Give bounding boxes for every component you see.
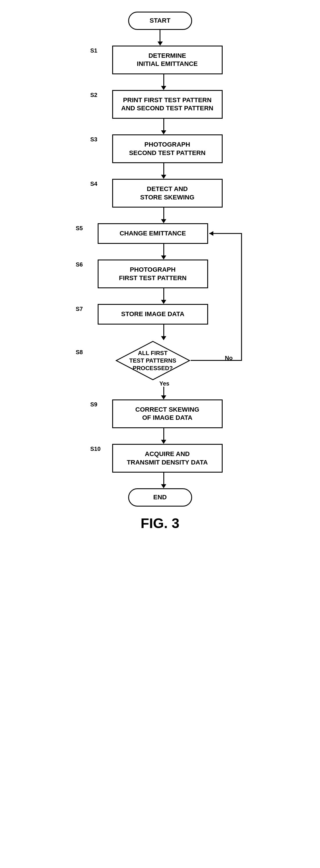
step-s2-text: PRINT FIRST TEST PATTERNAND SECOND TEST … [121,96,213,112]
step-s5-text: CHANGE EMITTANCE [119,229,186,237]
step-s4-box: DETECT ANDSTORE SKEWING [112,179,223,208]
flowchart: START S1 DETERMINEINITIAL EMITTANCE S2 [76,11,244,506]
arrow-s5-s6 [83,244,244,259]
no-label-wrapper: No [225,355,233,362]
step-s4-text: DETECT ANDSTORE SKEWING [140,185,195,201]
step-s3-wrapper: S3 PHOTOGRAPHSECOND TEST PATTERN [90,134,230,163]
step-s1-wrapper: S1 DETERMINEINITIAL EMITTANCE [90,45,230,74]
step-s7-box: STORE IMAGE DATA [98,304,208,324]
arrow-s2-s3 [161,119,166,134]
step-s4-label: S4 [90,181,105,187]
step-s7-text: STORE IMAGE DATA [121,310,184,318]
end-node: END [128,488,192,506]
end-label: END [153,494,167,501]
step-s9-box: CORRECT SKEWINGOF IMAGE DATA [112,399,223,428]
step-s8-wrapper: S8 ALL FIRSTTEST PATTERNSPROCESSED? No [76,340,215,381]
step-s6-text: PHOTOGRAPHFIRST TEST PATTERN [119,266,186,282]
arrow-s4-s5 [83,208,244,223]
step-s10-box: ACQUIRE ANDTRANSMIT DENSITY DATA [112,444,223,473]
step-s4-wrapper: S4 DETECT ANDSTORE SKEWING [90,179,230,208]
step-s3-text: PHOTOGRAPHSECOND TEST PATTERN [129,141,205,156]
arrow-s6-s7 [83,288,244,304]
yes-label: Yes [159,380,169,387]
step-s7-label: S7 [76,306,90,312]
step-s1-text: DETERMINEINITIAL EMITTANCE [137,52,198,68]
step-s2-label: S2 [90,92,105,98]
arrow-s1-s2 [161,74,166,90]
feedback-region: S5 CHANGE EMITTANCE S6 PHOTOGRAPHFIRST T… [76,208,244,399]
step-s1-label: S1 [90,47,105,54]
arrow-s3-s4 [161,163,166,179]
step-s1-box: DETERMINEINITIAL EMITTANCE [112,45,223,74]
step-s5-box: CHANGE EMITTANCE [98,223,208,244]
step-s8-text: ALL FIRSTTEST PATTERNSPROCESSED? [129,349,176,372]
start-node: START [128,11,192,30]
step-s2-box: PRINT FIRST TEST PATTERNAND SECOND TEST … [112,90,223,119]
step-s6-box: PHOTOGRAPHFIRST TEST PATTERN [98,259,208,288]
step-s9-text: CORRECT SKEWINGOF IMAGE DATA [136,406,199,422]
step-s6-label: S6 [76,261,90,268]
arrow-start-s1 [157,30,163,45]
step-s8-diamond: ALL FIRSTTEST PATTERNSPROCESSED? [115,340,191,381]
step-s5-label: S5 [76,225,90,232]
yes-connector: Yes [83,381,244,399]
step-s3-label: S3 [90,136,105,143]
step-s10-text: ACQUIRE ANDTRANSMIT DENSITY DATA [127,450,208,466]
step-s8-label: S8 [76,349,90,355]
arrowhead-s5 [161,219,166,223]
step-s9-wrapper: S9 CORRECT SKEWINGOF IMAGE DATA [90,399,230,428]
step-s3-box: PHOTOGRAPHSECOND TEST PATTERN [112,134,223,163]
step-s9-label: S9 [90,401,105,408]
step-s6-wrapper: S6 PHOTOGRAPHFIRST TEST PATTERN [76,259,215,288]
arrow-s9-s10 [161,428,166,444]
arrow-s10-end [161,473,166,488]
step-s5-wrapper: S5 CHANGE EMITTANCE [76,223,215,244]
step-s2-wrapper: S2 PRINT FIRST TEST PATTERNAND SECOND TE… [90,90,230,119]
step-s10-label: S10 [90,445,105,452]
step-s7-wrapper: S7 STORE IMAGE DATA [76,304,215,324]
figure-label: FIG. 3 [141,515,179,531]
arrow-s7-s8 [83,324,244,340]
step-s10-wrapper: S10 ACQUIRE ANDTRANSMIT DENSITY DATA [90,444,230,473]
start-label: START [150,17,171,24]
no-label: No [225,355,233,362]
diagram-container: START S1 DETERMINEINITIAL EMITTANCE S2 [58,0,262,868]
